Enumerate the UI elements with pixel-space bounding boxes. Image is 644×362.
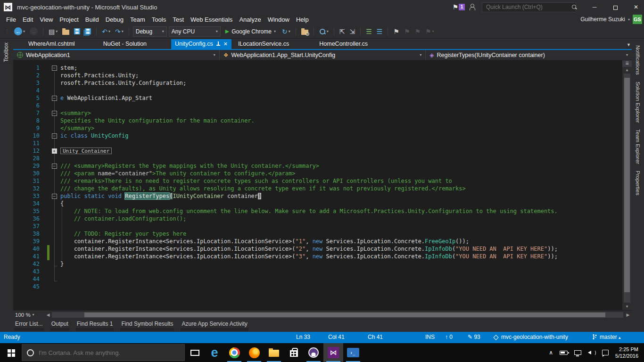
menu-item-team[interactable]: Team	[127, 15, 149, 24]
fold-margin[interactable]	[50, 260, 58, 268]
fold-margin[interactable]: −	[50, 132, 58, 140]
fold-margin[interactable]	[50, 185, 58, 192]
collapse-region-icon[interactable]: −	[52, 111, 57, 116]
fold-margin[interactable]	[50, 275, 58, 283]
scroll-right-arrow[interactable]: ▶	[624, 313, 632, 317]
fold-margin[interactable]	[50, 72, 58, 79]
platform-combo[interactable]: Any CPU▾	[169, 26, 221, 37]
document-tab-nuget-solution[interactable]: NuGet - Solution	[99, 39, 150, 49]
branch-indicator[interactable]: master ▴	[592, 334, 621, 341]
taskbar-app-edge[interactable]: e	[205, 343, 224, 362]
fold-margin[interactable]	[50, 117, 58, 124]
taskbar-clock[interactable]: 2:25 PM 5/12/2016	[615, 346, 638, 359]
taskbar-app-file-explorer[interactable]	[264, 343, 284, 362]
split-editor-handle[interactable]: ☰	[622, 60, 632, 67]
panel-tab-error-list-[interactable]: Error List...	[14, 319, 44, 331]
vertical-scroll-track[interactable]	[624, 74, 630, 303]
decrease-indent-button[interactable]: ☰	[364, 27, 373, 36]
cortana-search-input[interactable]	[39, 349, 180, 356]
browser-link-find-button[interactable]: ▾	[318, 27, 330, 36]
fold-margin[interactable]: −	[50, 64, 58, 72]
taskbar-app-chrome[interactable]	[224, 343, 244, 362]
save-button[interactable]	[73, 27, 82, 35]
action-center-icon[interactable]	[602, 350, 609, 355]
navigate-backward-button[interactable]: ←▾	[13, 26, 26, 36]
scroll-left-arrow[interactable]: ◀	[44, 313, 52, 317]
previous-bookmark-button[interactable]: ⚑	[403, 27, 412, 36]
fold-margin[interactable]: −	[50, 162, 58, 170]
collapse-region-icon[interactable]: −	[52, 164, 57, 169]
close-icon[interactable]: ✕	[223, 41, 228, 47]
fold-margin[interactable]: −	[50, 192, 58, 200]
collapse-region-icon[interactable]: −	[52, 96, 57, 101]
taskbar-app-github-desktop[interactable]	[304, 343, 323, 362]
menu-item-project[interactable]: Project	[56, 15, 82, 24]
sidebar-tab-solution-explorer[interactable]: Solution Explorer	[635, 82, 641, 123]
fold-margin[interactable]	[50, 200, 58, 207]
start-button[interactable]	[0, 343, 22, 362]
increase-indent-button[interactable]: ☰	[375, 27, 384, 36]
avatar[interactable]: GS	[633, 15, 642, 24]
fold-margin[interactable]: +	[50, 147, 58, 155]
fold-margin[interactable]: −	[50, 109, 58, 117]
scroll-down-arrow[interactable]: ▼	[625, 304, 629, 310]
collapse-region-icon[interactable]: −	[52, 133, 57, 139]
volume-icon[interactable]	[588, 350, 595, 355]
panel-tab-output[interactable]: Output	[50, 319, 69, 331]
fold-margin[interactable]	[50, 170, 58, 177]
taskbar-app-store[interactable]	[284, 343, 304, 362]
fold-margin[interactable]	[50, 124, 58, 132]
account-name[interactable]: Guilherme Suzuki	[580, 16, 625, 23]
notifications-button[interactable]: ⚑ 1	[452, 3, 465, 11]
undo-button[interactable]: ↶▾	[100, 27, 112, 36]
configuration-combo[interactable]: Debug▾	[133, 26, 167, 37]
taskbar-app-visual-studio[interactable]: ⋈	[323, 343, 343, 362]
toggle-bookmark-button[interactable]: ⚑	[392, 27, 401, 36]
expand-region-icon[interactable]: +	[52, 148, 57, 154]
pin-icon[interactable]	[216, 41, 220, 47]
horizontal-scroll-thumb[interactable]	[84, 313, 605, 317]
feedback-icon[interactable]	[470, 4, 477, 10]
document-tab-whereami-cshtml[interactable]: WhereAmI.cshtml	[25, 39, 79, 49]
fold-margin[interactable]	[50, 245, 58, 253]
quick-launch-input[interactable]	[482, 2, 576, 12]
fold-margin[interactable]: −	[50, 94, 58, 102]
show-hidden-icons-chevron[interactable]: ∧	[549, 349, 553, 356]
navigate-from-cursor-button[interactable]: ⇲	[348, 27, 356, 36]
menu-item-build[interactable]: Build	[82, 15, 102, 24]
horizontal-scroll-track[interactable]	[52, 312, 623, 318]
menu-item-edit[interactable]: Edit	[19, 15, 36, 24]
collapse-region-icon[interactable]: −	[52, 66, 57, 71]
navigate-to-cursor-button[interactable]: ⇱	[338, 27, 347, 36]
sidebar-tab-team-explorer[interactable]: Team Explorer	[635, 129, 641, 164]
scroll-up-arrow[interactable]: ▲	[625, 67, 629, 74]
menu-item-file[interactable]: File	[3, 15, 19, 24]
close-button[interactable]: ✕	[628, 1, 644, 13]
navigate-forward-button[interactable]: →	[28, 26, 39, 36]
fold-margin[interactable]	[50, 102, 58, 109]
fold-margin[interactable]	[50, 222, 58, 230]
fold-margin[interactable]	[50, 215, 58, 222]
cortana-search-box[interactable]	[22, 344, 185, 361]
menu-item-view[interactable]: View	[36, 15, 56, 24]
menu-item-analyze[interactable]: Analyze	[236, 15, 264, 24]
panel-tab-find-results-1[interactable]: Find Results 1	[76, 319, 114, 331]
taskbar-app-task-view[interactable]	[185, 343, 205, 362]
repository-indicator[interactable]: mvc-geolocation-with-unity	[494, 334, 568, 340]
fold-margin[interactable]	[50, 155, 58, 162]
menu-item-window[interactable]: Window	[264, 15, 293, 24]
fold-margin[interactable]	[50, 207, 58, 215]
open-file-button[interactable]	[61, 27, 71, 36]
restore-button[interactable]	[607, 1, 623, 13]
menu-item-tools[interactable]: Tools	[149, 15, 169, 24]
fold-margin[interactable]	[50, 238, 58, 245]
menu-item-test[interactable]: Test	[169, 15, 187, 24]
new-project-button[interactable]: ▤▾	[47, 27, 59, 36]
vertical-scrollbar[interactable]: ☰ ▲ ▼	[622, 60, 632, 310]
member-dropdown[interactable]: ◈ RegisterTypes(IUnityContainer containe…	[426, 50, 632, 60]
network-icon[interactable]	[574, 350, 581, 355]
document-tab-ilocationservice-cs[interactable]: ILocationService.cs	[234, 39, 293, 49]
fold-margin[interactable]	[50, 79, 58, 87]
sidebar-tab-properties[interactable]: Properties	[635, 171, 641, 195]
fold-margin[interactable]	[50, 230, 58, 238]
